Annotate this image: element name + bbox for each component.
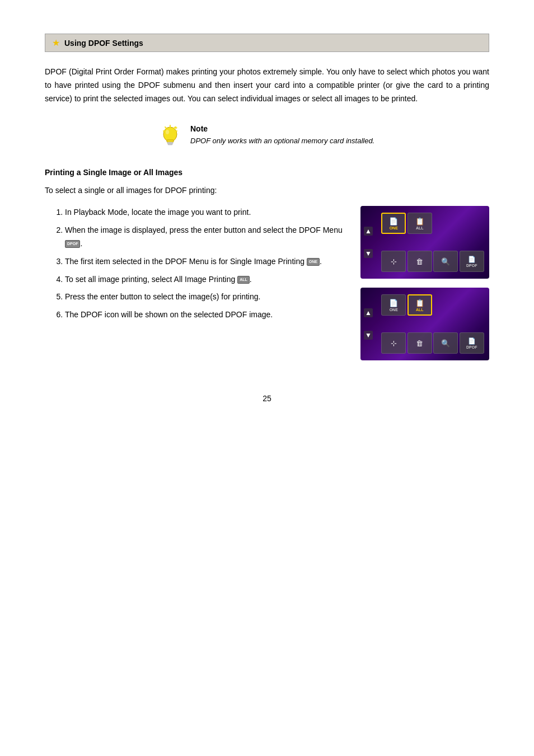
two-column-layout: In Playback Mode, locate the image you w…	[45, 206, 489, 360]
one-button-ui2: 📄 ONE	[381, 294, 406, 316]
step-4: To set all image printing, select All Im…	[65, 273, 349, 287]
step-6: The DPOF icon will be shown on the selec…	[65, 308, 349, 322]
camera-ui-image-1: ▲ ▼ 📄 ONE 📋 ALL	[360, 206, 489, 279]
crop-btn-ui2: ⊹	[381, 332, 406, 354]
note-text: DPOF only works with an optional memory …	[190, 135, 374, 147]
step-2: When the image is displayed, press the e…	[65, 224, 349, 251]
section-title: Using DPOF Settings	[64, 39, 143, 48]
dpof-btn-ui1: 📄 DPOF	[460, 251, 484, 272]
svg-point-9	[166, 130, 169, 134]
page-number: 25	[45, 394, 489, 403]
star-icon: ★	[52, 37, 60, 48]
delete-btn-ui1: 🗑	[407, 251, 432, 272]
svg-line-6	[165, 127, 166, 128]
all-icon: ALL	[237, 276, 250, 284]
note-box: ✦ Note DPOF only works with an optional …	[157, 123, 374, 150]
intro-paragraph: DPOF (Digital Print Order Format) makes …	[45, 65, 489, 105]
zoom-btn-ui1: 🔍	[433, 251, 458, 272]
steps-list: In Playback Mode, locate the image you w…	[45, 206, 349, 322]
all-button-ui2: 📋 ALL	[407, 294, 432, 316]
lightbulb-icon: ✦	[157, 123, 184, 150]
svg-text:✦: ✦	[174, 125, 178, 131]
delete-btn-ui2: 🗑	[407, 332, 432, 354]
camera-images-column: ▲ ▼ 📄 ONE 📋 ALL	[360, 206, 489, 360]
one-icon: ONE	[307, 258, 320, 266]
svg-rect-1	[167, 140, 174, 142]
svg-line-8	[163, 131, 165, 132]
crop-btn-ui1: ⊹	[381, 251, 406, 272]
step-5: Press the enter button to select the ima…	[65, 290, 349, 304]
all-button-ui1: 📋 ALL	[407, 213, 432, 234]
camera-ui-image-2: ▲ ▼ 📄 ONE 📋 ALL	[360, 288, 489, 360]
svg-rect-2	[167, 142, 173, 144]
steps-column: In Playback Mode, locate the image you w…	[45, 206, 349, 326]
zoom-btn-ui2: 🔍	[433, 332, 458, 354]
dpof-menu-icon: DPOF	[65, 240, 80, 248]
svg-line-7	[175, 131, 177, 132]
section-header: ★ Using DPOF Settings	[45, 34, 489, 52]
one-button-ui1: 📄 ONE	[381, 213, 406, 234]
step-3: The first item selected in the DPOF Menu…	[65, 255, 349, 269]
svg-rect-3	[168, 144, 172, 145]
page-container: ★ Using DPOF Settings DPOF (Digital Prin…	[0, 0, 534, 756]
subsection-title: Printing a Single Image or All Images	[45, 168, 489, 177]
step-1: In Playback Mode, locate the image you w…	[65, 206, 349, 219]
note-content: Note DPOF only works with an optional me…	[190, 123, 374, 147]
dpof-btn-ui2: 📄 DPOF	[460, 332, 484, 354]
note-title: Note	[190, 124, 374, 133]
select-text: To select a single or all images for DPO…	[45, 186, 489, 195]
